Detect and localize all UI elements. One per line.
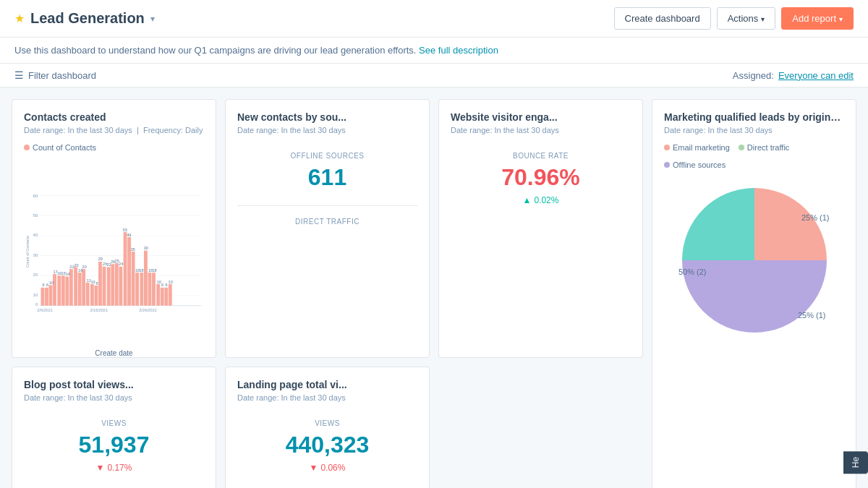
- svg-text:49: 49: [127, 233, 131, 237]
- svg-text:24: 24: [103, 262, 107, 266]
- svg-rect-33: [115, 263, 119, 306]
- legend-dot-offline: [664, 162, 670, 168]
- legend-item-contacts: Count of Contacts: [24, 143, 96, 152]
- website-visitor-title: Website visitor enga...: [451, 111, 631, 123]
- svg-rect-24: [78, 273, 82, 306]
- description-text: Use this dashboard to understand how our…: [14, 45, 416, 56]
- svg-rect-45: [164, 288, 168, 306]
- svg-text:24: 24: [119, 262, 123, 266]
- landing-views-stat: VIEWS 440,323 ▼ 0.06%: [237, 411, 417, 481]
- legend-label-direct: Direct traffic: [747, 143, 789, 152]
- landing-page-views-title: Landing page total vi...: [237, 379, 417, 390]
- svg-text:10: 10: [157, 280, 161, 284]
- svg-text:2/6/2021: 2/6/2021: [37, 308, 52, 312]
- add-report-arrow-icon: ▾: [839, 15, 843, 23]
- svg-rect-30: [103, 267, 106, 306]
- svg-rect-28: [95, 286, 98, 306]
- svg-rect-25: [82, 269, 85, 305]
- new-contacts-stat-value: 611: [237, 164, 417, 191]
- blog-post-views-title: Blog post total views...: [24, 379, 204, 390]
- pie-chart-container: 25% (1) 50% (2) 25% (1): [664, 175, 844, 346]
- legend-label-contacts: Count of Contacts: [33, 143, 96, 152]
- svg-rect-21: [65, 277, 69, 306]
- svg-text:30: 30: [144, 246, 148, 250]
- svg-text:14: 14: [66, 272, 70, 276]
- x-axis-label: Create date: [24, 349, 204, 357]
- svg-text:20: 20: [33, 272, 38, 277]
- svg-text:0: 0: [35, 301, 38, 307]
- svg-text:20: 20: [82, 265, 87, 269]
- svg-text:18: 18: [139, 268, 143, 273]
- contacts-created-date: Date range: In the last 30 days | Freque…: [24, 126, 204, 134]
- see-full-description-link[interactable]: See full description: [419, 45, 498, 56]
- page-title: Lead Generation: [30, 10, 145, 27]
- star-icon[interactable]: ★: [14, 12, 25, 25]
- website-visitor-card: Website visitor enga... Date range: In t…: [438, 99, 643, 358]
- blog-views-stat: VIEWS 51,937 ▼ 0.17%: [24, 411, 204, 481]
- pie-label-direct: 25% (1): [798, 311, 826, 320]
- contacts-created-card: Contacts created Date range: In the last…: [12, 99, 216, 358]
- mq-leads-legend: Email marketing Direct traffic Offline s…: [664, 143, 844, 169]
- svg-text:18: 18: [78, 268, 82, 273]
- blog-post-views-card: Blog post total views... Date range: In …: [12, 367, 216, 488]
- filter-label: Filter dashboard: [28, 70, 96, 81]
- description-bar: Use this dashboard to understand how our…: [0, 38, 868, 64]
- svg-rect-32: [111, 264, 114, 305]
- landing-page-views-card: Landing page total vi... Date range: In …: [225, 367, 430, 488]
- svg-rect-39: [140, 273, 143, 306]
- mq-leads-original-card: Marketing qualified leads by original so…: [652, 99, 856, 488]
- new-contacts-date: Date range: In the last 30 days: [237, 126, 417, 134]
- svg-rect-43: [156, 284, 160, 306]
- pie-label-email: 25% (1): [801, 213, 830, 222]
- down-arrow-icon-blog: ▼: [96, 463, 105, 473]
- svg-text:16: 16: [61, 271, 66, 275]
- filter-dashboard-button[interactable]: ☰ Filter dashboard: [14, 69, 96, 81]
- svg-rect-16: [45, 288, 48, 306]
- contacts-bar-chart: 60 50 40 30 20 10 0 Count of Contacts: [24, 158, 204, 346]
- help-button[interactable]: He: [843, 451, 868, 474]
- svg-text:10: 10: [33, 292, 38, 297]
- pie-slice-email: [754, 188, 827, 260]
- dropdown-arrow-icon: ▾: [761, 15, 765, 23]
- actions-button[interactable]: Actions▾: [717, 7, 776, 30]
- bounce-rate-label: BOUNCE RATE: [451, 152, 631, 160]
- assigned-label: Assigned:: [733, 70, 774, 81]
- new-contacts-stat-label: OFFLINE SOURCES: [237, 152, 417, 160]
- svg-text:16: 16: [57, 271, 61, 275]
- legend-dot-contacts: [24, 145, 30, 150]
- assigned-section: Assigned: Everyone can edit: [733, 70, 854, 81]
- legend-dot-direct: [739, 145, 744, 150]
- svg-rect-37: [132, 252, 135, 306]
- svg-text:35: 35: [131, 247, 135, 252]
- filter-icon: ☰: [14, 69, 24, 81]
- blog-views-value: 51,937: [24, 432, 204, 458]
- svg-text:22: 22: [69, 265, 74, 269]
- create-dashboard-button[interactable]: Create dashboard: [614, 7, 711, 30]
- svg-rect-29: [98, 262, 102, 306]
- header-left: ★ Lead Generation ▾: [14, 10, 155, 27]
- new-contacts-stat: OFFLINE SOURCES 611: [237, 143, 417, 200]
- svg-text:6: 6: [42, 283, 44, 287]
- svg-text:6: 6: [161, 283, 163, 287]
- header: ★ Lead Generation ▾ Create dashboard Act…: [0, 0, 868, 38]
- mq-leads-original-date: Date range: In the last 30 days: [664, 126, 844, 134]
- svg-text:2/26/2021: 2/26/2021: [139, 308, 157, 312]
- svg-text:30: 30: [33, 252, 38, 257]
- legend-email: Email marketing: [664, 143, 730, 152]
- legend-label-email: Email marketing: [673, 143, 730, 152]
- new-contacts-title: New contacts by sou...: [237, 111, 417, 123]
- svg-text:20: 20: [75, 263, 79, 267]
- svg-rect-27: [90, 284, 94, 306]
- pie-slice-direct: [682, 188, 754, 260]
- add-report-button[interactable]: Add report▾: [781, 7, 854, 30]
- legend-direct: Direct traffic: [739, 143, 789, 152]
- svg-text:60: 60: [33, 193, 38, 198]
- chevron-down-icon[interactable]: ▾: [150, 14, 155, 24]
- landing-views-change: ▼ 0.06%: [237, 463, 417, 473]
- svg-rect-19: [57, 275, 61, 306]
- svg-text:6: 6: [46, 283, 48, 287]
- assigned-value-link[interactable]: Everyone can edit: [778, 70, 854, 81]
- svg-text:50: 50: [33, 213, 38, 218]
- mq-leads-original-title: Marketing qualified leads by original so…: [664, 111, 844, 123]
- svg-text:22: 22: [107, 262, 111, 267]
